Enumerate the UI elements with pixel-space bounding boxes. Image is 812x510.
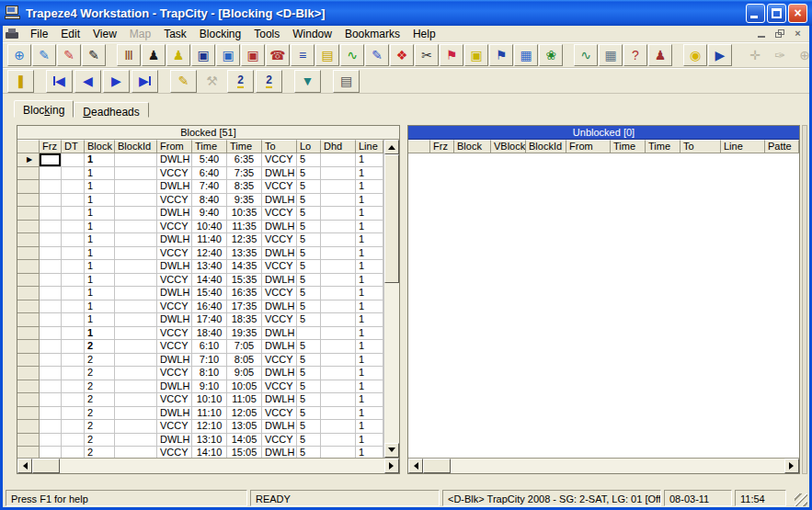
grid-cell[interactable] bbox=[40, 153, 62, 167]
first-record-button[interactable]: ◀ bbox=[46, 70, 73, 93]
grid-cell[interactable]: 1 bbox=[356, 221, 383, 234]
grid-cell[interactable] bbox=[321, 420, 356, 434]
grid-cell[interactable] bbox=[62, 274, 85, 288]
grid-cell[interactable]: 1 bbox=[356, 260, 383, 274]
menu-file[interactable]: File bbox=[24, 26, 54, 42]
grid-cell[interactable] bbox=[62, 287, 85, 300]
vehicle-unit-icon[interactable]: ▣ bbox=[191, 44, 215, 66]
grid-cell[interactable]: 5 bbox=[297, 221, 321, 234]
grid-cell[interactable]: 9:40 bbox=[192, 207, 227, 221]
grid-cell[interactable] bbox=[115, 180, 157, 194]
grid-cell[interactable] bbox=[40, 167, 62, 181]
grid-cell[interactable]: 6:10 bbox=[192, 340, 227, 354]
grid-cell[interactable]: DWLH bbox=[157, 153, 192, 167]
grid-cell[interactable]: VCCY bbox=[157, 167, 192, 181]
grid-cell[interactable]: DWLH bbox=[262, 221, 297, 234]
operator-yellow-icon[interactable]: ♟ bbox=[166, 44, 190, 66]
grid-cell[interactable]: 14:40 bbox=[192, 274, 227, 288]
grid-cell[interactable]: 5 bbox=[297, 180, 321, 194]
row-selector[interactable] bbox=[17, 447, 40, 458]
grid-cell[interactable]: 15:35 bbox=[227, 274, 262, 288]
grid-cell[interactable]: 2 bbox=[85, 367, 115, 380]
grid-cell[interactable]: 1 bbox=[85, 313, 115, 327]
group-shapes-icon[interactable]: ❖ bbox=[390, 44, 414, 66]
grid-cell[interactable]: 10:05 bbox=[227, 380, 262, 394]
grid-cell[interactable] bbox=[321, 300, 356, 314]
grid-cell[interactable]: VCCY bbox=[262, 153, 297, 167]
document-window-icon[interactable] bbox=[5, 28, 20, 40]
mdi-restore-button[interactable] bbox=[772, 28, 788, 40]
grid-cell[interactable]: 12:35 bbox=[227, 233, 262, 247]
grid-cell[interactable]: DWLH bbox=[262, 194, 297, 208]
grid-cell[interactable] bbox=[115, 447, 157, 458]
grid-cell[interactable]: 18:40 bbox=[192, 327, 227, 341]
grid-cell[interactable]: 1 bbox=[85, 233, 115, 247]
grid-cell[interactable]: 5 bbox=[297, 420, 321, 434]
grid-cell[interactable]: 1 bbox=[356, 340, 383, 354]
grid-cell[interactable]: 1 bbox=[356, 180, 383, 194]
grid-cell[interactable] bbox=[40, 380, 62, 394]
grid-cell[interactable] bbox=[62, 340, 85, 354]
grid-cell[interactable] bbox=[321, 180, 356, 194]
grid-cell[interactable] bbox=[62, 207, 85, 221]
grid-cell[interactable]: 7:35 bbox=[227, 167, 262, 181]
grid-cell[interactable] bbox=[62, 327, 85, 341]
grid-cell[interactable]: VCCY bbox=[262, 313, 297, 327]
monitor-map-icon[interactable]: ▦ bbox=[514, 44, 538, 66]
column-header-time[interactable]: Time bbox=[611, 140, 646, 153]
grid-cell[interactable]: DWLH bbox=[262, 420, 297, 434]
grid-cell[interactable] bbox=[40, 260, 62, 274]
grid-cell[interactable]: DWLH bbox=[157, 233, 192, 247]
grid-cell[interactable]: 1 bbox=[85, 180, 115, 194]
sort-ascending-icon[interactable]: 2 bbox=[227, 70, 254, 93]
grid-cell[interactable]: 5 bbox=[297, 194, 321, 208]
grid-cell[interactable] bbox=[62, 434, 85, 448]
grid-cell[interactable]: VCCY bbox=[157, 447, 192, 458]
grid-cell[interactable] bbox=[115, 407, 157, 421]
grid-cell[interactable] bbox=[40, 287, 62, 300]
grid-cell[interactable] bbox=[40, 420, 62, 434]
grid-cell[interactable] bbox=[40, 340, 62, 354]
grid-cell[interactable]: 1 bbox=[85, 287, 115, 300]
horizontal-scroll-track[interactable] bbox=[451, 459, 784, 473]
column-header-line[interactable]: Line bbox=[356, 140, 383, 153]
vehicle-group-icon[interactable]: ▣ bbox=[216, 44, 240, 66]
grid-cell[interactable] bbox=[40, 180, 62, 194]
grid-cell[interactable]: VCCY bbox=[157, 194, 192, 208]
grid-cell[interactable] bbox=[62, 393, 85, 407]
row-selector[interactable] bbox=[17, 167, 40, 181]
grid-cell[interactable] bbox=[62, 380, 85, 394]
grid-cell[interactable]: 1 bbox=[85, 207, 115, 221]
grid-cell[interactable]: 1 bbox=[356, 167, 383, 181]
grid-cell[interactable]: 2 bbox=[85, 407, 115, 421]
grid-cell[interactable] bbox=[321, 447, 356, 458]
grid-cell[interactable] bbox=[40, 407, 62, 421]
grid-cell[interactable] bbox=[62, 247, 85, 261]
grid-cell[interactable] bbox=[321, 327, 356, 341]
column-header-blockid[interactable]: BlockId bbox=[115, 140, 157, 153]
grid-cell[interactable] bbox=[321, 274, 356, 288]
mdi-close-button[interactable]: × bbox=[790, 28, 806, 40]
grid-cell[interactable]: 1 bbox=[85, 327, 115, 341]
scroll-left-button[interactable] bbox=[408, 459, 423, 473]
grid-cell[interactable]: 2 bbox=[85, 380, 115, 394]
grid-cell[interactable]: 13:10 bbox=[192, 434, 227, 448]
grid-cell[interactable]: 1 bbox=[356, 447, 383, 458]
grid-cell[interactable]: 5 bbox=[297, 260, 321, 274]
grid-cell[interactable]: 8:05 bbox=[227, 354, 262, 368]
grid-cell[interactable]: DWLH bbox=[157, 313, 192, 327]
grid-cell[interactable]: 16:40 bbox=[192, 300, 227, 314]
grid-cell[interactable] bbox=[40, 447, 62, 458]
row-selector[interactable] bbox=[17, 247, 40, 261]
grid-cell[interactable] bbox=[62, 260, 85, 274]
row-selector[interactable] bbox=[17, 221, 40, 234]
operator-dark-icon[interactable]: ♟ bbox=[142, 44, 166, 66]
column-header-line[interactable]: Line bbox=[721, 140, 765, 153]
grid-cell[interactable]: 10:40 bbox=[192, 221, 227, 234]
grid-cell[interactable] bbox=[115, 194, 157, 208]
grid-cell[interactable]: 15:05 bbox=[227, 447, 262, 458]
grid-cell[interactable]: DWLH bbox=[157, 180, 192, 194]
row-selector[interactable] bbox=[17, 180, 40, 194]
blocked-horizontal-scrollbar[interactable] bbox=[17, 458, 399, 473]
grid-cell[interactable]: DWLH bbox=[157, 380, 192, 394]
